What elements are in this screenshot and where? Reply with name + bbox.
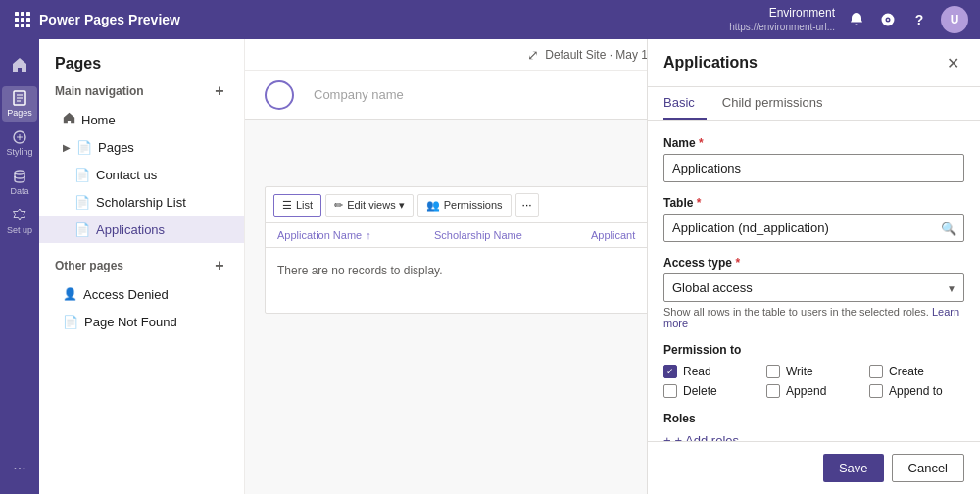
notification-icon[interactable] <box>847 10 866 29</box>
permission-delete: Delete <box>663 384 759 398</box>
name-field-group: Name * <box>663 136 964 182</box>
home-page-icon <box>63 112 75 127</box>
avatar[interactable]: U <box>941 6 968 33</box>
table-search-icon: 🔍 <box>941 221 956 235</box>
sidebar-item-page-not-found[interactable]: 📄 Page Not Found <box>39 308 244 335</box>
svg-point-5 <box>15 171 24 174</box>
table-more-button[interactable]: ··· <box>515 193 539 217</box>
env-info: Environment https://environment-url... <box>729 6 835 34</box>
panel-footer: Save Cancel <box>648 441 980 494</box>
main-navigation-section[interactable]: Main navigation + <box>39 76 244 106</box>
other-pages-label: Other pages <box>55 259 123 272</box>
sidebar-item-home[interactable]: Home <box>39 106 244 133</box>
save-button[interactable]: Save <box>823 454 884 482</box>
topbar-left: Power Pages Preview <box>12 10 180 29</box>
permissions-button[interactable]: 👥 Permissions <box>417 194 512 217</box>
table-label: Table * <box>663 196 964 210</box>
panel-body: Name * Table * 🔍 <box>648 121 980 441</box>
content-area: ⤢ Default Site · May 16 · Saved Company … <box>245 39 980 494</box>
add-nav-item-button[interactable]: + <box>211 82 228 100</box>
main-navigation-label: Main navigation <box>55 84 144 98</box>
sidebar-item-data-icon[interactable]: Data <box>2 165 37 200</box>
sidebar-item-applications-label: Applications <box>96 222 165 237</box>
read-checkbox[interactable]: ✓ <box>663 365 677 378</box>
sidebar-item-pages-icon[interactable]: Pages <box>2 86 37 122</box>
scholarship-page-icon: 📄 <box>74 195 90 210</box>
sidebar-item-pages-label: Pages <box>98 140 134 155</box>
access-type-label: Access type * <box>663 256 964 270</box>
permission-section: Permission to ✓ Read Write Create <box>663 343 964 398</box>
permission-read: ✓ Read <box>663 365 759 378</box>
expand-icon-pages: ▶ <box>63 142 71 153</box>
sidebar-item-access-denied-label: Access Denied <box>83 287 169 302</box>
panel-tabs: Basic Child permissions <box>648 87 980 121</box>
cancel-button[interactable]: Cancel <box>892 454 964 482</box>
permission-append: Append <box>766 384 861 398</box>
table-field-group: Table * 🔍 <box>663 196 964 242</box>
table-input[interactable] <box>663 214 964 242</box>
roles-section: Roles + + Add roles 👥 Authenticated User… <box>663 412 964 441</box>
col-scholarship-name[interactable]: Scholarship Name <box>434 229 591 241</box>
col-application-name[interactable]: Application Name ↑ <box>277 229 434 241</box>
site-logo <box>265 80 294 110</box>
tab-basic[interactable]: Basic <box>663 87 707 120</box>
edit-views-button[interactable]: ✏ Edit views ▾ <box>325 194 414 217</box>
access-type-hint: Show all rows in the table to users in t… <box>663 306 964 329</box>
access-type-field-group: Access type * Global access Account Self… <box>663 256 964 329</box>
main-layout: Pages Styling Data Set up ··· Pages Main… <box>0 39 980 494</box>
permission-create: Create <box>869 365 964 378</box>
write-checkbox[interactable] <box>766 365 780 378</box>
edit-views-icon: ✏ <box>334 199 343 212</box>
sidebar-item-access-denied[interactable]: 👤 Access Denied <box>39 280 244 308</box>
access-denied-icon: 👤 <box>63 287 77 301</box>
append-to-checkbox[interactable] <box>869 384 883 398</box>
sidebar-item-scholarship-label: Scholarship List <box>96 195 186 210</box>
access-type-select[interactable]: Global access Account Self <box>663 273 964 302</box>
icon-bar: Pages Styling Data Set up ··· <box>0 39 39 494</box>
topbar-right: Environment https://environment-url... ?… <box>729 6 968 34</box>
close-panel-button[interactable]: ✕ <box>941 51 964 74</box>
sidebar-item-setup-icon[interactable]: Set up <box>2 204 37 239</box>
tab-child-permissions[interactable]: Child permissions <box>722 87 835 120</box>
sidebar-item-contact[interactable]: 📄 Contact us <box>39 161 244 188</box>
sidebar-item-home-icon[interactable] <box>2 47 37 82</box>
table-input-wrapper: 🔍 <box>663 214 964 242</box>
help-icon[interactable]: ? <box>909 10 929 29</box>
arrows-icon: ⤢ <box>527 47 539 63</box>
sidebar-item-applications[interactable]: 📄 Applications ··· <box>39 216 244 243</box>
sidebar-item-pages[interactable]: ▶ 📄 Pages <box>39 133 244 161</box>
sidebar-item-page-not-found-label: Page Not Found <box>84 315 177 329</box>
company-name: Company name <box>314 87 404 102</box>
pages-page-icon: 📄 <box>76 140 92 155</box>
more-icon[interactable]: ··· <box>2 451 37 486</box>
sidebar-item-scholarship[interactable]: 📄 Scholarship List <box>39 188 244 216</box>
add-roles-button[interactable]: + + Add roles <box>663 433 964 441</box>
list-button[interactable]: ☰ List <box>273 194 321 217</box>
waffle-icon[interactable] <box>12 10 31 29</box>
append-checkbox[interactable] <box>766 384 780 398</box>
app-title: Power Pages Preview <box>39 12 180 27</box>
other-pages-section[interactable]: Other pages + <box>39 251 244 280</box>
panel-title: Applications <box>663 54 758 72</box>
create-checkbox[interactable] <box>869 365 883 378</box>
sidebar-title: Pages <box>39 47 244 76</box>
contact-page-icon: 📄 <box>74 168 90 182</box>
permissions-icon: 👥 <box>426 199 440 212</box>
pages-icon-label: Pages <box>7 108 32 118</box>
name-input[interactable] <box>663 154 964 182</box>
permission-write: Write <box>766 365 861 378</box>
page-not-found-icon: 📄 <box>63 315 78 329</box>
list-icon: ☰ <box>282 199 292 212</box>
name-label: Name * <box>663 136 964 150</box>
roles-label: Roles <box>663 412 964 425</box>
applications-page-icon: 📄 <box>74 222 90 237</box>
sidebar-item-styling-icon[interactable]: Styling <box>2 125 37 161</box>
settings-icon[interactable] <box>878 10 898 29</box>
add-other-page-button[interactable]: + <box>211 257 228 274</box>
delete-checkbox[interactable] <box>663 384 677 398</box>
access-type-select-wrapper: Global access Account Self ▼ <box>663 273 964 302</box>
sidebar-item-home-label: Home <box>81 113 116 127</box>
sidebar: Pages Main navigation + Home ▶ 📄 Pages 📄… <box>39 39 245 494</box>
panel-header: Applications ✕ <box>648 39 980 87</box>
right-panel: Applications ✕ Basic Child permissions N… <box>647 39 980 494</box>
